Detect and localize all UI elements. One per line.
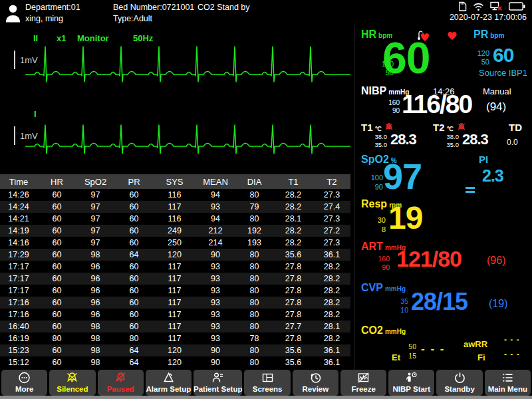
ecg1-scale-bar [14, 51, 15, 69]
table-cell: 64 [114, 358, 154, 367]
hr-label: HR [361, 29, 376, 40]
co2-awrr-value: - - - [504, 335, 520, 344]
column-header: DIA [235, 177, 273, 187]
nibp-value: 116/80 [402, 91, 471, 117]
co2-awrr-label: awRR [464, 339, 487, 349]
table-cell: 80 [235, 262, 273, 271]
t1-unit: ℃ [375, 126, 382, 132]
table-row[interactable]: 16:40609860117938027.728.1 [0, 321, 350, 332]
table-cell: 35.6 [273, 358, 313, 367]
spo2-high-limit: 100 [371, 173, 383, 182]
spo2-value: 97 [383, 158, 422, 194]
t2-low-limit: 35.0 [447, 141, 460, 149]
table-cell: 98 [76, 322, 114, 331]
table-cell: 36.1 [313, 250, 350, 259]
table-row[interactable]: 17:17609660117938027.828.2 [0, 273, 350, 285]
alarm-setup-button[interactable]: Alarm Setup [146, 370, 192, 396]
td-value: 0.0 [507, 138, 518, 147]
t2-high-limit: 38.0 [447, 133, 460, 141]
paused-button[interactable]: Paused [98, 370, 144, 396]
main-menu-icon [501, 371, 515, 384]
screens-button[interactable]: Screens [244, 370, 290, 396]
column-header: Time [0, 177, 37, 187]
table-cell: 36.1 [313, 358, 350, 367]
table-cell: 60 [114, 214, 154, 223]
table-cell: 14:16 [0, 238, 37, 247]
table-cell: 96 [76, 310, 114, 319]
table-cell: 80 [235, 214, 273, 223]
table-cell: 80 [114, 334, 154, 343]
table-cell: 60 [37, 358, 76, 367]
table-cell: 117 [154, 274, 196, 283]
status-icon-group [458, 1, 525, 11]
table-cell: 80 [235, 358, 273, 367]
more-button[interactable]: More [1, 370, 47, 396]
silenced-icon [65, 371, 79, 384]
table-cell: 90 [196, 346, 235, 355]
cvp-value: 28/15 [411, 290, 467, 314]
table-row[interactable]: 14:21609760116948028.127.3 [0, 213, 350, 225]
table-cell: 94 [196, 190, 235, 200]
patient-setup-icon [211, 371, 225, 384]
pr-unit: bpm [490, 32, 504, 39]
table-cell: 93 [196, 286, 235, 295]
table-cell: 80 [37, 334, 76, 343]
silenced-button[interactable]: Silenced [49, 370, 95, 396]
table-row[interactable]: 14:1960976024921219228.227.2 [0, 225, 350, 237]
art-low-limit: 90 [382, 263, 390, 272]
table-cell: 117 [154, 262, 196, 271]
trend-table[interactable]: TimeHRSpO2PRSYSMEANDIAT1T2 14:2660976011… [0, 174, 350, 368]
table-cell: 249 [154, 226, 196, 235]
bed-number: Bed Number:0721001 [113, 3, 194, 12]
column-header: MEAN [196, 177, 235, 187]
ecg2-lead-label: I [34, 109, 37, 119]
table-row[interactable]: 14:1660976025021419328.227.3 [0, 237, 350, 249]
pr-value: 60 [493, 45, 513, 65]
table-cell: 117 [154, 286, 196, 295]
more-icon [17, 371, 31, 384]
table-cell: 60 [37, 214, 76, 223]
table-cell: 96 [76, 286, 114, 295]
table-cell: 27.8 [273, 298, 313, 307]
table-row[interactable]: 17:17609660117938027.828.2 [0, 285, 350, 297]
main-menu-button[interactable]: Main Menu [485, 370, 531, 396]
top-bar[interactable]: Department:01 xing, ming Bed Number:0721… [0, 0, 532, 25]
review-button[interactable]: Review [293, 370, 338, 396]
table-cell: 120 [154, 358, 196, 367]
column-header: SpO2 [76, 177, 114, 187]
table-cell: 193 [235, 238, 273, 247]
table-cell: 17:16 [0, 310, 37, 319]
table-row[interactable]: 14:26609760116948028.227.3 [0, 189, 350, 201]
table-row[interactable]: 17:16609660117938027.828.2 [0, 309, 350, 321]
co2-status: CO2 Stand by [198, 3, 250, 12]
table-cell: 80 [235, 190, 273, 200]
table-row[interactable]: 17:17609660117938027.828.2 [0, 261, 350, 273]
nibp-high-limit: 160 [388, 99, 400, 107]
table-cell: 64 [114, 346, 154, 355]
table-row[interactable]: 17:29609864120908035.636.1 [0, 249, 350, 261]
table-cell: 64 [114, 250, 154, 259]
table-row[interactable]: 16:19809880117937827.828.2 [0, 332, 350, 344]
table-row[interactable]: 14:24609760117937928.227.4 [0, 201, 350, 213]
t2-value: 28.3 [462, 132, 488, 147]
column-header: T2 [313, 177, 350, 187]
table-row[interactable]: 15:12609864120908035.636.1 [0, 356, 350, 368]
network-disconnected-icon [490, 1, 503, 11]
patient-setup-button[interactable]: Patient Setup [194, 370, 242, 396]
table-cell: 15:23 [0, 346, 37, 355]
table-cell: 60 [37, 262, 76, 271]
freeze-button[interactable]: Freeze [340, 370, 386, 396]
table-cell: 117 [154, 334, 196, 343]
nibp-start-button[interactable]: NIBP Start [388, 370, 434, 396]
standby-button[interactable]: Standby [436, 370, 482, 396]
table-cell: 120 [154, 250, 196, 259]
table-row[interactable]: 17:16609660117938027.828.2 [0, 297, 350, 309]
table-cell: 80 [235, 322, 273, 331]
table-row[interactable]: 15:23609864120908035.636.1 [0, 344, 350, 356]
nibp-low-limit: 90 [392, 107, 400, 115]
table-cell: 36.1 [313, 346, 350, 355]
table-cell: 28.2 [273, 238, 313, 247]
t2-label: T2 [433, 122, 445, 133]
table-cell: 60 [114, 310, 154, 319]
table-cell: 79 [235, 202, 273, 211]
